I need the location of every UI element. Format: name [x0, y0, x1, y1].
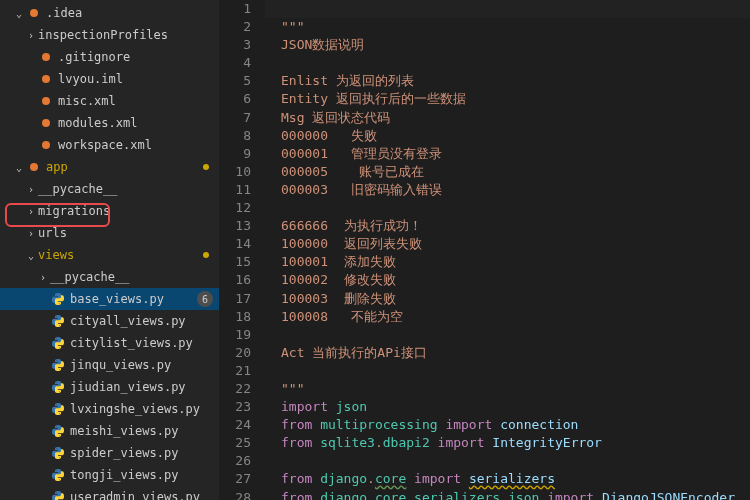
- code-line[interactable]: Msg 返回状态代码: [265, 109, 750, 127]
- code-line[interactable]: 000005 账号已成在: [265, 163, 750, 181]
- svg-point-3: [42, 97, 50, 105]
- line-number: 26: [220, 452, 251, 470]
- chevron-collapsed-icon: [36, 272, 50, 283]
- line-number: 3: [220, 36, 251, 54]
- tree-item[interactable]: __pycache__: [0, 178, 219, 200]
- code-line[interactable]: [265, 0, 750, 18]
- py-file-icon: [50, 379, 66, 395]
- tree-item[interactable]: jiudian_views.py: [0, 376, 219, 398]
- tree-item-label: app: [46, 160, 203, 174]
- code-line[interactable]: 000001 管理员没有登录: [265, 145, 750, 163]
- tree-item-label: __pycache__: [38, 182, 219, 196]
- tree-item[interactable]: .gitignore: [0, 46, 219, 68]
- line-number: 21: [220, 362, 251, 380]
- code-line[interactable]: Enlist 为返回的列表: [265, 72, 750, 90]
- line-number: 24: [220, 416, 251, 434]
- py-file-icon: [50, 357, 66, 373]
- code-line[interactable]: """: [265, 380, 750, 398]
- code-line[interactable]: [265, 199, 750, 217]
- code-line[interactable]: 666666 为执行成功！: [265, 217, 750, 235]
- tree-item[interactable]: misc.xml: [0, 90, 219, 112]
- line-number: 27: [220, 470, 251, 488]
- code-line[interactable]: [265, 326, 750, 344]
- code-line[interactable]: 100001 添加失败: [265, 253, 750, 271]
- line-number: 17: [220, 290, 251, 308]
- code-line[interactable]: 000003 旧密码输入错误: [265, 181, 750, 199]
- tree-item[interactable]: meishi_views.py: [0, 420, 219, 442]
- tree-item[interactable]: migrations: [0, 200, 219, 222]
- code-line[interactable]: """: [265, 18, 750, 36]
- code-line[interactable]: Entity 返回执行后的一些数据: [265, 90, 750, 108]
- py-file-icon: [50, 313, 66, 329]
- tree-item[interactable]: views: [0, 244, 219, 266]
- tree-item[interactable]: jinqu_views.py: [0, 354, 219, 376]
- code-line[interactable]: [265, 54, 750, 72]
- code-content[interactable]: """JSON数据说明 Enlist 为返回的列表Entity 返回执行后的一些…: [265, 0, 750, 500]
- tree-item-label: inspectionProfiles: [38, 28, 219, 42]
- tree-item-label: modules.xml: [58, 116, 219, 130]
- code-line[interactable]: from multiprocessing import connection: [265, 416, 750, 434]
- tree-item[interactable]: useradmin_views.py: [0, 486, 219, 500]
- code-line[interactable]: Act 当前执行的APi接口: [265, 344, 750, 362]
- py-file-icon: [50, 423, 66, 439]
- code-line[interactable]: [265, 452, 750, 470]
- svg-point-6: [30, 163, 38, 171]
- tree-item-label: .gitignore: [58, 50, 219, 64]
- tree-item[interactable]: inspectionProfiles: [0, 24, 219, 46]
- tree-item[interactable]: tongji_views.py: [0, 464, 219, 486]
- tree-item[interactable]: .idea: [0, 2, 219, 24]
- status-dot: [203, 164, 209, 170]
- code-line[interactable]: 100002 修改失败: [265, 271, 750, 289]
- line-number: 14: [220, 235, 251, 253]
- code-line[interactable]: 000000 失败: [265, 127, 750, 145]
- xml-file-icon: [38, 93, 54, 109]
- code-line[interactable]: from django.core import serializers: [265, 470, 750, 488]
- status-dot: [203, 252, 209, 258]
- tree-item[interactable]: __pycache__: [0, 266, 219, 288]
- tree-item[interactable]: workspace.xml: [0, 134, 219, 156]
- svg-point-2: [42, 75, 50, 83]
- tree-item-label: __pycache__: [50, 270, 219, 284]
- py-file-icon: [50, 445, 66, 461]
- tree-item-label: views: [38, 248, 203, 262]
- file-explorer-sidebar[interactable]: .ideainspectionProfiles.gitignorelvyou.i…: [0, 0, 220, 500]
- svg-point-0: [30, 9, 38, 17]
- xml-file-icon: [38, 115, 54, 131]
- line-number: 4: [220, 54, 251, 72]
- tree-item-label: urls: [38, 226, 219, 240]
- tree-item-label: migrations: [38, 204, 219, 218]
- code-line[interactable]: 100008 不能为空: [265, 308, 750, 326]
- code-editor[interactable]: 1234567891011121314151617181920212223242…: [220, 0, 750, 500]
- tree-item[interactable]: lvxingshe_views.py: [0, 398, 219, 420]
- tree-item-label: base_views.py: [70, 292, 197, 306]
- tree-item[interactable]: citylist_views.py: [0, 332, 219, 354]
- line-number: 15: [220, 253, 251, 271]
- tree-item-label: misc.xml: [58, 94, 219, 108]
- chevron-expanded-icon: [12, 8, 26, 19]
- tree-item-label: workspace.xml: [58, 138, 219, 152]
- code-line[interactable]: import json: [265, 398, 750, 416]
- tree-item-label: meishi_views.py: [70, 424, 219, 438]
- tree-item[interactable]: base_views.py6: [0, 288, 219, 310]
- code-line[interactable]: from django.core.serializers.json import…: [265, 489, 750, 500]
- tree-item[interactable]: spider_views.py: [0, 442, 219, 464]
- chevron-expanded-icon: [12, 162, 26, 173]
- line-number: 10: [220, 163, 251, 181]
- tree-item-label: lvyou.iml: [58, 72, 219, 86]
- line-number-gutter: 1234567891011121314151617181920212223242…: [220, 0, 265, 500]
- line-number: 23: [220, 398, 251, 416]
- py-file-icon: [50, 335, 66, 351]
- tree-item[interactable]: lvyou.iml: [0, 68, 219, 90]
- tree-item[interactable]: cityall_views.py: [0, 310, 219, 332]
- tree-item[interactable]: modules.xml: [0, 112, 219, 134]
- code-line[interactable]: 100000 返回列表失败: [265, 235, 750, 253]
- code-line[interactable]: from sqlite3.dbapi2 import IntegrityErro…: [265, 434, 750, 452]
- code-line[interactable]: JSON数据说明: [265, 36, 750, 54]
- code-line[interactable]: 100003 删除失败: [265, 290, 750, 308]
- line-number: 25: [220, 434, 251, 452]
- xml-file-icon: [38, 71, 54, 87]
- code-line[interactable]: [265, 362, 750, 380]
- tree-item[interactable]: app: [0, 156, 219, 178]
- tree-item[interactable]: urls: [0, 222, 219, 244]
- line-number: 1: [220, 0, 251, 18]
